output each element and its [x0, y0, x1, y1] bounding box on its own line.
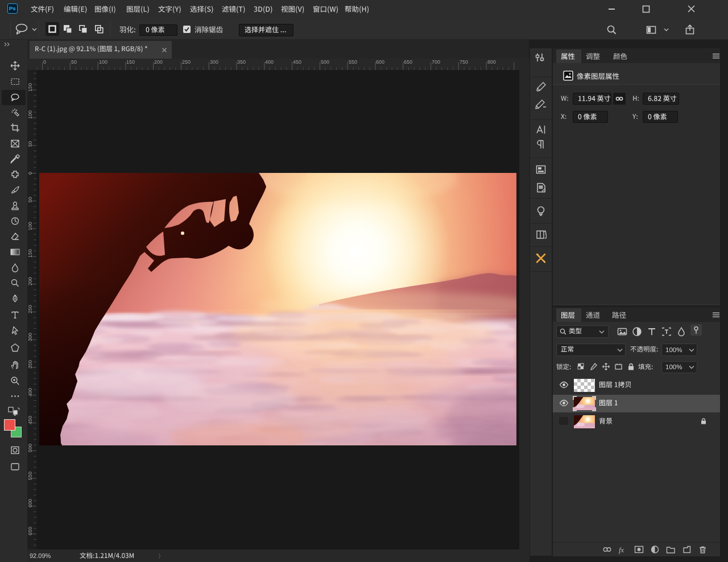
svg-text:150: 150	[27, 83, 33, 92]
svg-text:350: 350	[27, 360, 33, 369]
svg-text:250: 250	[27, 305, 33, 313]
svg-text:0: 0	[27, 172, 33, 175]
svg-text:650: 650	[27, 527, 33, 535]
svg-text:400: 400	[27, 388, 33, 396]
svg-text:500: 500	[27, 444, 33, 452]
svg-text:50: 50	[27, 197, 33, 203]
svg-text:550: 550	[27, 472, 33, 480]
svg-text:fx: fx	[619, 546, 624, 554]
svg-text:600: 600	[27, 499, 33, 507]
svg-text:150: 150	[27, 249, 33, 258]
svg-text:200: 200	[27, 277, 33, 286]
svg-text:100: 100	[27, 222, 33, 230]
svg-text:50: 50	[27, 141, 33, 147]
svg-text:100: 100	[27, 110, 33, 119]
svg-text:300: 300	[27, 333, 33, 341]
svg-text:450: 450	[27, 416, 33, 424]
